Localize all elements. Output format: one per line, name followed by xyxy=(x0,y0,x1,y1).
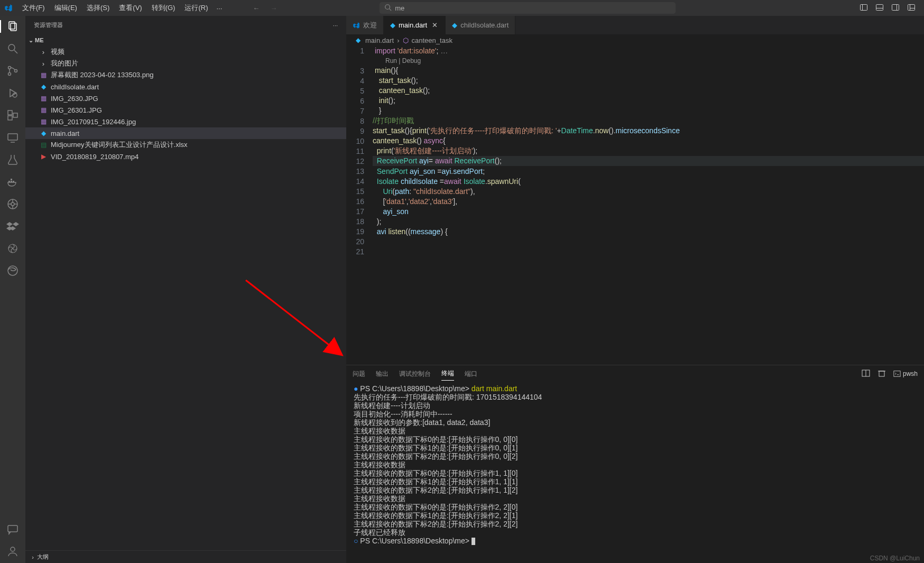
outline-section[interactable]: › 大纲 xyxy=(25,550,346,563)
svg-line-14 xyxy=(14,50,17,53)
nav-back-icon[interactable]: ← xyxy=(253,4,260,12)
menu-overflow[interactable]: ··· xyxy=(212,2,226,14)
svg-rect-2 xyxy=(860,4,867,10)
svg-rect-45 xyxy=(879,371,884,376)
activity-scm-icon[interactable] xyxy=(6,64,19,77)
svg-line-1 xyxy=(390,8,392,11)
toggle-panel-icon[interactable] xyxy=(875,3,884,13)
breadcrumb-symbol: canteen_task xyxy=(412,36,452,44)
svg-rect-41 xyxy=(8,525,17,532)
editor-tab[interactable]: ◆main.dart✕ xyxy=(384,16,446,34)
svg-rect-21 xyxy=(8,116,12,120)
activity-account-icon[interactable] xyxy=(6,545,19,558)
command-center[interactable]: me xyxy=(380,2,676,14)
svg-point-15 xyxy=(8,67,11,69)
menu-item[interactable]: 转到(G) xyxy=(147,1,180,15)
split-terminal-icon[interactable] xyxy=(862,369,870,379)
toggle-secondary-sidebar-icon[interactable] xyxy=(891,3,900,13)
svg-rect-11 xyxy=(9,22,15,29)
panel-tab[interactable]: 终端 xyxy=(441,367,454,381)
menu-item[interactable]: 运行(R) xyxy=(180,1,212,15)
panel-tab[interactable]: 端口 xyxy=(465,367,477,381)
bottom-panel: 问题输出调试控制台终端端口 pwsh ● PS C:\Users\18898\D… xyxy=(346,365,924,563)
code-content[interactable]: import 'dart:isolate'; …Run | Debug main… xyxy=(373,46,924,365)
chevron-right-icon: › xyxy=(29,554,37,560)
search-icon xyxy=(384,4,392,13)
svg-marker-36 xyxy=(13,222,19,226)
tree-file[interactable]: ▤Midjourney关键词列表工业设计产品设计.xlsx xyxy=(25,139,346,151)
tree-file[interactable]: ◆main.dart xyxy=(25,127,346,139)
sidebar-more-icon[interactable]: ··· xyxy=(333,22,338,29)
svg-point-30 xyxy=(11,202,14,206)
menu-item[interactable]: 查看(V) xyxy=(115,1,146,15)
activity-testing-icon[interactable] xyxy=(6,153,19,166)
shell-name: pwsh xyxy=(903,370,918,377)
svg-point-0 xyxy=(385,4,390,9)
svg-point-16 xyxy=(8,73,11,76)
symbol-icon: ⬡ xyxy=(403,36,409,44)
activity-remote-icon[interactable] xyxy=(6,131,19,144)
watermark: CSDN @LuiChun xyxy=(870,555,920,562)
panel-tab[interactable]: 问题 xyxy=(353,367,365,381)
activity-docker-icon[interactable] xyxy=(6,176,19,188)
svg-rect-22 xyxy=(13,113,17,117)
svg-rect-6 xyxy=(892,4,899,10)
panel-tab[interactable]: 调试控制台 xyxy=(399,367,431,381)
activity-edge-icon[interactable] xyxy=(6,264,19,277)
tree-file[interactable]: ▦屏幕截图 2023-04-02 133503.png xyxy=(25,69,346,81)
activity-dropbox-icon[interactable] xyxy=(6,220,19,233)
svg-rect-47 xyxy=(894,371,900,377)
explorer-tree: ⌄ME›视频›我的图片▦屏幕截图 2023-04-02 133503.png◆c… xyxy=(25,34,346,550)
toggle-primary-sidebar-icon[interactable] xyxy=(860,3,868,13)
tree-file[interactable]: ▶VID_20180819_210807.mp4 xyxy=(25,151,346,162)
activity-bar xyxy=(0,16,25,563)
svg-marker-35 xyxy=(6,222,13,226)
activity-chat-icon[interactable] xyxy=(6,523,19,536)
menu-item[interactable]: 编辑(E) xyxy=(50,1,81,15)
panel-tab[interactable]: 输出 xyxy=(376,367,389,381)
tree-file[interactable]: ▦IMG_2630.JPG xyxy=(25,93,346,104)
customize-layout-icon[interactable] xyxy=(907,3,916,13)
activity-debug-icon[interactable] xyxy=(6,87,19,99)
activity-kubernetes-icon[interactable] xyxy=(6,198,19,210)
menu-item[interactable]: 文件(F) xyxy=(18,1,49,15)
nav-forward-icon[interactable]: → xyxy=(270,4,277,12)
sidebar-header: 资源管理器 ··· xyxy=(25,16,346,34)
breadcrumb-file: main.dart xyxy=(365,36,394,44)
svg-rect-8 xyxy=(908,4,914,10)
tree-folder[interactable]: ›视频 xyxy=(25,46,346,58)
kill-terminal-icon[interactable] xyxy=(877,369,886,379)
terminal-profile[interactable]: pwsh xyxy=(893,370,918,377)
svg-rect-4 xyxy=(876,4,883,10)
menu-bar: 文件(F)编辑(E)选择(S)查看(V)转到(G)运行(R) xyxy=(18,1,212,15)
close-icon[interactable]: ✕ xyxy=(430,21,439,30)
tree-folder[interactable]: ›我的图片 xyxy=(25,58,346,69)
svg-rect-28 xyxy=(11,179,12,180)
svg-rect-12 xyxy=(11,23,16,31)
svg-point-42 xyxy=(11,547,15,551)
terminal-content[interactable]: ● PS C:\Users\18898\Desktop\me> dart mai… xyxy=(346,382,924,563)
panel-tabs: 问题输出调试控制台终端端口 pwsh xyxy=(346,365,924,382)
activity-explorer-icon[interactable] xyxy=(6,20,19,33)
tree-file[interactable]: ◆childIsolate.dart xyxy=(25,81,346,93)
tree-root[interactable]: ⌄ME xyxy=(25,34,346,46)
tree-file[interactable]: ▦IMG_20170915_192446.jpg xyxy=(25,116,346,127)
editor-tab[interactable]: ◆childIsolate.dart xyxy=(446,16,515,34)
svg-rect-23 xyxy=(8,134,17,140)
menu-item[interactable]: 选择(S) xyxy=(82,1,114,15)
svg-rect-20 xyxy=(8,110,12,115)
activity-openai-icon[interactable] xyxy=(6,242,19,255)
activity-extensions-icon[interactable] xyxy=(6,109,19,122)
search-value: me xyxy=(395,4,404,12)
editor-tab[interactable]: 欢迎 xyxy=(346,16,384,34)
vscode-logo-icon xyxy=(4,4,13,12)
code-editor[interactable]: 1 3456789101112131415161718192021 import… xyxy=(346,46,924,365)
activity-search-icon[interactable] xyxy=(6,42,19,55)
svg-point-13 xyxy=(8,44,15,51)
dart-icon: ◆ xyxy=(354,36,362,44)
codelens[interactable]: Run | Debug xyxy=(373,56,924,66)
tree-file[interactable]: ▦IMG_26301.JPG xyxy=(25,104,346,116)
breadcrumb[interactable]: ◆ main.dart › ⬡ canteen_task xyxy=(346,34,924,46)
layout-controls xyxy=(860,3,920,13)
editor-tabs: 欢迎◆main.dart✕◆childIsolate.dart xyxy=(346,16,924,34)
